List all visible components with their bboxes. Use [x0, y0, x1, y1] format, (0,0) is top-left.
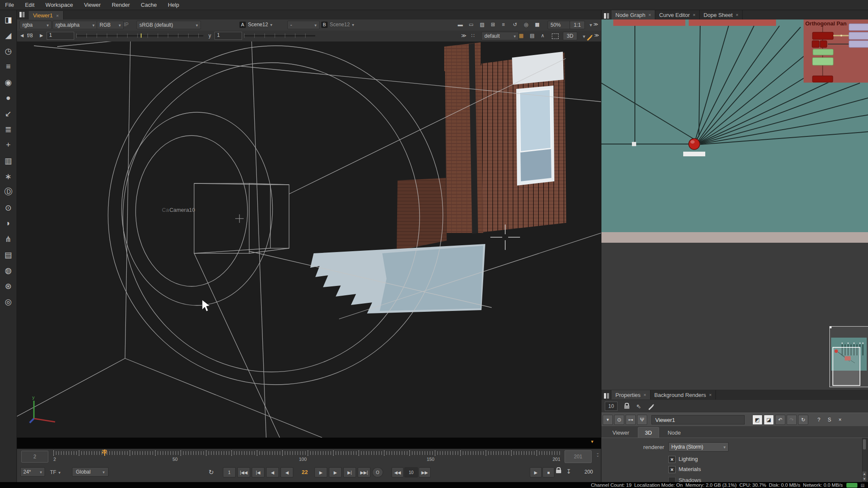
- node-graph-minimap[interactable]: [829, 326, 868, 387]
- properties-scrollbar[interactable]: ▲ ▼: [862, 438, 868, 482]
- materials-checkbox[interactable]: ×: [668, 466, 676, 473]
- node-graph-empty-area[interactable]: [601, 243, 868, 390]
- network-icon[interactable]: ◎: [2, 296, 15, 308]
- film-gate-icon[interactable]: ▦: [519, 33, 523, 40]
- frame-range-dropdown[interactable]: Global▾: [72, 467, 108, 477]
- transport-play-backward[interactable]: ◀: [281, 467, 293, 477]
- undo-icon[interactable]: ↶: [775, 415, 785, 425]
- b-input-dropdown[interactable]: B Scene12 ▾: [321, 21, 354, 28]
- tools-icon[interactable]: ⋔: [2, 233, 15, 245]
- gamma-display-icon[interactable]: ▭: [469, 22, 473, 29]
- fstop-label[interactable]: f/8: [27, 33, 33, 40]
- close-icon[interactable]: ×: [648, 12, 651, 17]
- tab-viewer1[interactable]: Viewer1 ×: [29, 11, 64, 20]
- wishbone-icon[interactable]: Ψ: [637, 415, 647, 425]
- fps-dropdown[interactable]: 24*▾: [20, 467, 45, 477]
- renderer-dropdown[interactable]: Hydra (Storm) ▾: [668, 442, 729, 452]
- transport-goto-end[interactable]: ▶▶|: [358, 467, 370, 477]
- channels-dropdown[interactable]: RGB▾: [97, 21, 124, 29]
- pause-icon[interactable]: ▮▮: [535, 22, 539, 29]
- views-icon[interactable]: ⊙: [2, 202, 15, 214]
- redo-icon[interactable]: ↷: [787, 415, 797, 425]
- update-target-icon[interactable]: ◎: [524, 22, 528, 29]
- range-in-box[interactable]: 2: [21, 451, 48, 463]
- close-icon[interactable]: ×: [643, 392, 646, 397]
- link-icon[interactable]: ⊶: [626, 415, 636, 425]
- flipbook-play-icon[interactable]: ▶: [530, 467, 542, 477]
- channel-mask-icon[interactable]: ◩: [752, 415, 762, 425]
- gain-prev-icon[interactable]: ◀: [20, 33, 24, 41]
- flipbook-stop-icon[interactable]: ■: [542, 467, 554, 477]
- 3d-icon[interactable]: ▥: [2, 155, 15, 166]
- select-node-icon[interactable]: ⇖: [636, 403, 641, 410]
- end-frame-display[interactable]: 200: [577, 469, 600, 475]
- close-icon[interactable]: ×: [709, 392, 712, 397]
- overlay-windows-icon[interactable]: ⊞: [491, 22, 495, 29]
- transport-next-keyframe[interactable]: ▶|: [343, 467, 356, 477]
- alpha-dropdown[interactable]: rgba.alpha▾: [53, 21, 97, 29]
- scroll-down-icon[interactable]: ▼: [862, 477, 866, 481]
- menu-viewer[interactable]: Viewer: [84, 2, 101, 8]
- menu-file[interactable]: File: [5, 2, 14, 8]
- merge-icon[interactable]: ≣: [2, 123, 15, 135]
- transport-goto-start[interactable]: |◀◀: [237, 467, 250, 477]
- skip-value-input[interactable]: 10: [404, 467, 418, 477]
- gamma-slider[interactable]: [244, 35, 315, 36]
- center-node-icon[interactable]: ⊙: [614, 415, 624, 425]
- range-out-box[interactable]: 201: [565, 450, 592, 463]
- color-sample-pencil-icon[interactable]: [587, 34, 592, 42]
- transport-step-back[interactable]: ◀: [266, 467, 279, 477]
- close-panel-icon[interactable]: ×: [835, 415, 845, 424]
- tab-3d[interactable]: 3D: [638, 427, 659, 438]
- collapse-panel-icon[interactable]: ▼: [603, 415, 613, 425]
- pane-layout-icon[interactable]: [19, 12, 25, 17]
- color-icon[interactable]: ◉: [2, 76, 15, 88]
- gain-next-icon[interactable]: ▶: [40, 33, 43, 41]
- gamma-input[interactable]: 1: [214, 32, 242, 40]
- headlamp-icon[interactable]: ≫: [461, 33, 467, 40]
- blend-mode-dropdown[interactable]: -▾: [287, 21, 320, 29]
- tab-node[interactable]: Node: [661, 427, 687, 438]
- channel-mask2-icon[interactable]: ◪: [764, 415, 774, 425]
- tab-curve-editor[interactable]: Curve Editor×: [655, 10, 700, 19]
- minimap-view-rect[interactable]: [832, 347, 860, 386]
- image-icon[interactable]: ◨: [2, 14, 15, 25]
- safe-zone-icon[interactable]: ∧: [541, 33, 545, 40]
- layer-dropdown[interactable]: rgba▾: [19, 21, 52, 29]
- chevron-down-icon[interactable]: ▾: [583, 33, 585, 41]
- pane-layout-icon[interactable]: [604, 393, 609, 399]
- filter-icon[interactable]: ●: [2, 92, 15, 104]
- lighting-checkbox[interactable]: ×: [668, 456, 676, 463]
- gain-input[interactable]: 1: [47, 32, 74, 40]
- lock-panels-icon[interactable]: [624, 403, 629, 410]
- guides-icon[interactable]: ▤: [530, 33, 534, 40]
- time-icon[interactable]: ◷: [2, 45, 15, 57]
- chevron-down-icon[interactable]: ▾: [590, 22, 592, 30]
- max-panels-input[interactable]: 10: [605, 402, 618, 411]
- menu-cache[interactable]: Cache: [141, 2, 157, 8]
- menu-edit[interactable]: Edit: [25, 2, 34, 8]
- deep-icon[interactable]: Ⓓ: [2, 186, 15, 198]
- playback-mode-icon[interactable]: ↻: [209, 469, 214, 476]
- keyer-icon[interactable]: ↙: [2, 108, 15, 119]
- revert-icon[interactable]: ↻: [798, 415, 808, 425]
- gain-slider[interactable]: [76, 35, 203, 36]
- close-icon[interactable]: ×: [56, 13, 58, 18]
- a-input-dropdown[interactable]: A Scene12 ▾: [239, 21, 272, 28]
- pixel-ratio-button[interactable]: 1:1: [570, 21, 585, 29]
- tab-properties[interactable]: Properties×: [612, 390, 651, 399]
- lock-range-icon[interactable]: [556, 467, 561, 474]
- help-icon[interactable]: ?: [814, 415, 823, 424]
- node-graph-canvas[interactable]: Orthogonal Pan: [601, 19, 868, 232]
- menu-workspace[interactable]: Workspace: [45, 2, 73, 8]
- transport-frame-inc[interactable]: 1: [223, 467, 236, 477]
- stack-rows-icon[interactable]: ≡: [502, 22, 505, 29]
- refresh-icon[interactable]: ↺: [513, 22, 517, 29]
- transport-step-forward[interactable]: ▶: [329, 467, 342, 477]
- collapse-chevrons-icon[interactable]: ≫: [594, 33, 599, 40]
- transform-icon[interactable]: +: [2, 139, 15, 151]
- current-frame[interactable]: 22: [298, 469, 312, 475]
- input-process-toggle[interactable]: IP: [124, 22, 128, 29]
- draw-icon[interactable]: ◢: [2, 29, 15, 41]
- script-icon[interactable]: S: [825, 415, 834, 424]
